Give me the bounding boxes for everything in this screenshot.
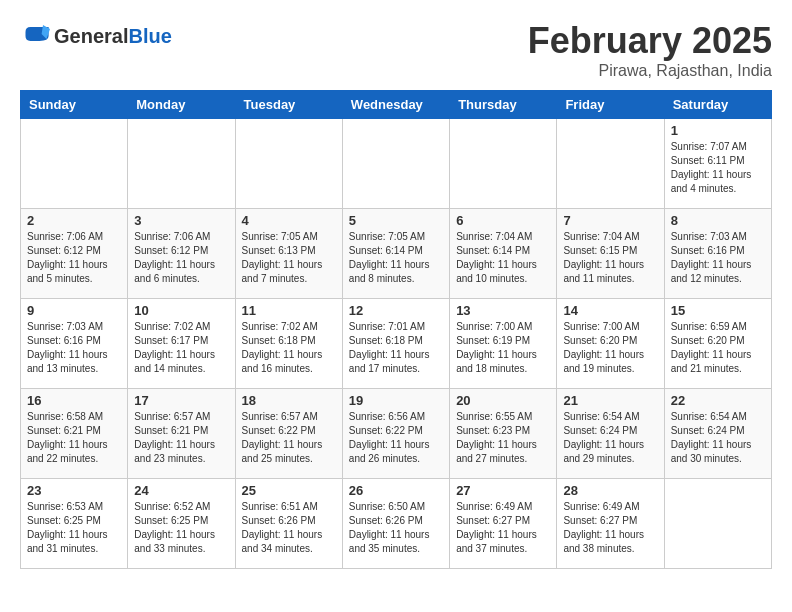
- day-number: 10: [134, 303, 228, 318]
- day-number: 5: [349, 213, 443, 228]
- day-info: Sunrise: 7:06 AM Sunset: 6:12 PM Dayligh…: [27, 230, 121, 286]
- day-info: Sunrise: 7:01 AM Sunset: 6:18 PM Dayligh…: [349, 320, 443, 376]
- day-info: Sunrise: 7:03 AM Sunset: 6:16 PM Dayligh…: [671, 230, 765, 286]
- week-row-2: 2Sunrise: 7:06 AM Sunset: 6:12 PM Daylig…: [21, 209, 772, 299]
- calendar-cell: 25Sunrise: 6:51 AM Sunset: 6:26 PM Dayli…: [235, 479, 342, 569]
- day-info: Sunrise: 6:49 AM Sunset: 6:27 PM Dayligh…: [563, 500, 657, 556]
- day-info: Sunrise: 6:51 AM Sunset: 6:26 PM Dayligh…: [242, 500, 336, 556]
- title-block: February 2025 Pirawa, Rajasthan, India: [528, 20, 772, 80]
- week-row-5: 23Sunrise: 6:53 AM Sunset: 6:25 PM Dayli…: [21, 479, 772, 569]
- day-info: Sunrise: 7:02 AM Sunset: 6:18 PM Dayligh…: [242, 320, 336, 376]
- day-info: Sunrise: 6:53 AM Sunset: 6:25 PM Dayligh…: [27, 500, 121, 556]
- day-info: Sunrise: 6:57 AM Sunset: 6:21 PM Dayligh…: [134, 410, 228, 466]
- day-number: 27: [456, 483, 550, 498]
- day-number: 14: [563, 303, 657, 318]
- calendar-cell: 8Sunrise: 7:03 AM Sunset: 6:16 PM Daylig…: [664, 209, 771, 299]
- day-info: Sunrise: 6:50 AM Sunset: 6:26 PM Dayligh…: [349, 500, 443, 556]
- day-number: 17: [134, 393, 228, 408]
- calendar-cell: [128, 119, 235, 209]
- col-header-wednesday: Wednesday: [342, 91, 449, 119]
- day-number: 8: [671, 213, 765, 228]
- day-number: 28: [563, 483, 657, 498]
- calendar-cell: 3Sunrise: 7:06 AM Sunset: 6:12 PM Daylig…: [128, 209, 235, 299]
- calendar-cell: 20Sunrise: 6:55 AM Sunset: 6:23 PM Dayli…: [450, 389, 557, 479]
- calendar-cell: 14Sunrise: 7:00 AM Sunset: 6:20 PM Dayli…: [557, 299, 664, 389]
- calendar-cell: 19Sunrise: 6:56 AM Sunset: 6:22 PM Dayli…: [342, 389, 449, 479]
- day-number: 22: [671, 393, 765, 408]
- day-info: Sunrise: 6:49 AM Sunset: 6:27 PM Dayligh…: [456, 500, 550, 556]
- day-number: 21: [563, 393, 657, 408]
- calendar-cell: 17Sunrise: 6:57 AM Sunset: 6:21 PM Dayli…: [128, 389, 235, 479]
- calendar-cell: 1Sunrise: 7:07 AM Sunset: 6:11 PM Daylig…: [664, 119, 771, 209]
- calendar-cell: 11Sunrise: 7:02 AM Sunset: 6:18 PM Dayli…: [235, 299, 342, 389]
- day-info: Sunrise: 6:56 AM Sunset: 6:22 PM Dayligh…: [349, 410, 443, 466]
- calendar-cell: 4Sunrise: 7:05 AM Sunset: 6:13 PM Daylig…: [235, 209, 342, 299]
- calendar-cell: 28Sunrise: 6:49 AM Sunset: 6:27 PM Dayli…: [557, 479, 664, 569]
- calendar-cell: [664, 479, 771, 569]
- col-header-thursday: Thursday: [450, 91, 557, 119]
- calendar-cell: 23Sunrise: 6:53 AM Sunset: 6:25 PM Dayli…: [21, 479, 128, 569]
- col-header-monday: Monday: [128, 91, 235, 119]
- day-info: Sunrise: 7:04 AM Sunset: 6:14 PM Dayligh…: [456, 230, 550, 286]
- col-header-saturday: Saturday: [664, 91, 771, 119]
- day-info: Sunrise: 6:54 AM Sunset: 6:24 PM Dayligh…: [671, 410, 765, 466]
- day-info: Sunrise: 7:06 AM Sunset: 6:12 PM Dayligh…: [134, 230, 228, 286]
- week-row-3: 9Sunrise: 7:03 AM Sunset: 6:16 PM Daylig…: [21, 299, 772, 389]
- logo-general: General: [54, 25, 128, 47]
- day-number: 9: [27, 303, 121, 318]
- calendar-cell: 24Sunrise: 6:52 AM Sunset: 6:25 PM Dayli…: [128, 479, 235, 569]
- calendar-cell: 18Sunrise: 6:57 AM Sunset: 6:22 PM Dayli…: [235, 389, 342, 479]
- day-number: 19: [349, 393, 443, 408]
- day-info: Sunrise: 7:05 AM Sunset: 6:13 PM Dayligh…: [242, 230, 336, 286]
- calendar-table: SundayMondayTuesdayWednesdayThursdayFrid…: [20, 90, 772, 569]
- calendar-cell: 6Sunrise: 7:04 AM Sunset: 6:14 PM Daylig…: [450, 209, 557, 299]
- calendar-cell: 12Sunrise: 7:01 AM Sunset: 6:18 PM Dayli…: [342, 299, 449, 389]
- day-info: Sunrise: 7:05 AM Sunset: 6:14 PM Dayligh…: [349, 230, 443, 286]
- logo: GeneralBlue: [20, 20, 172, 52]
- day-info: Sunrise: 6:52 AM Sunset: 6:25 PM Dayligh…: [134, 500, 228, 556]
- day-info: Sunrise: 7:00 AM Sunset: 6:20 PM Dayligh…: [563, 320, 657, 376]
- calendar-cell: 2Sunrise: 7:06 AM Sunset: 6:12 PM Daylig…: [21, 209, 128, 299]
- day-info: Sunrise: 6:59 AM Sunset: 6:20 PM Dayligh…: [671, 320, 765, 376]
- calendar-cell: 9Sunrise: 7:03 AM Sunset: 6:16 PM Daylig…: [21, 299, 128, 389]
- col-header-friday: Friday: [557, 91, 664, 119]
- week-row-4: 16Sunrise: 6:58 AM Sunset: 6:21 PM Dayli…: [21, 389, 772, 479]
- day-number: 12: [349, 303, 443, 318]
- calendar-cell: 27Sunrise: 6:49 AM Sunset: 6:27 PM Dayli…: [450, 479, 557, 569]
- logo-blue: Blue: [128, 25, 171, 47]
- day-number: 18: [242, 393, 336, 408]
- day-info: Sunrise: 6:57 AM Sunset: 6:22 PM Dayligh…: [242, 410, 336, 466]
- day-info: Sunrise: 7:04 AM Sunset: 6:15 PM Dayligh…: [563, 230, 657, 286]
- calendar-cell: 22Sunrise: 6:54 AM Sunset: 6:24 PM Dayli…: [664, 389, 771, 479]
- day-info: Sunrise: 7:07 AM Sunset: 6:11 PM Dayligh…: [671, 140, 765, 196]
- day-number: 6: [456, 213, 550, 228]
- day-info: Sunrise: 7:02 AM Sunset: 6:17 PM Dayligh…: [134, 320, 228, 376]
- day-number: 2: [27, 213, 121, 228]
- calendar-cell: [21, 119, 128, 209]
- calendar-cell: [450, 119, 557, 209]
- main-title: February 2025: [528, 20, 772, 62]
- day-number: 15: [671, 303, 765, 318]
- day-number: 20: [456, 393, 550, 408]
- day-number: 23: [27, 483, 121, 498]
- day-number: 4: [242, 213, 336, 228]
- calendar-cell: 26Sunrise: 6:50 AM Sunset: 6:26 PM Dayli…: [342, 479, 449, 569]
- logo-icon: [22, 20, 50, 48]
- day-number: 11: [242, 303, 336, 318]
- calendar-cell: 16Sunrise: 6:58 AM Sunset: 6:21 PM Dayli…: [21, 389, 128, 479]
- calendar-cell: 15Sunrise: 6:59 AM Sunset: 6:20 PM Dayli…: [664, 299, 771, 389]
- calendar-cell: [235, 119, 342, 209]
- day-number: 25: [242, 483, 336, 498]
- day-number: 3: [134, 213, 228, 228]
- calendar-cell: 10Sunrise: 7:02 AM Sunset: 6:17 PM Dayli…: [128, 299, 235, 389]
- calendar-cell: 21Sunrise: 6:54 AM Sunset: 6:24 PM Dayli…: [557, 389, 664, 479]
- page-header: GeneralBlue February 2025 Pirawa, Rajast…: [20, 20, 772, 80]
- col-header-tuesday: Tuesday: [235, 91, 342, 119]
- day-number: 13: [456, 303, 550, 318]
- day-info: Sunrise: 6:58 AM Sunset: 6:21 PM Dayligh…: [27, 410, 121, 466]
- week-row-1: 1Sunrise: 7:07 AM Sunset: 6:11 PM Daylig…: [21, 119, 772, 209]
- sub-title: Pirawa, Rajasthan, India: [528, 62, 772, 80]
- day-info: Sunrise: 7:03 AM Sunset: 6:16 PM Dayligh…: [27, 320, 121, 376]
- day-number: 7: [563, 213, 657, 228]
- calendar-cell: 13Sunrise: 7:00 AM Sunset: 6:19 PM Dayli…: [450, 299, 557, 389]
